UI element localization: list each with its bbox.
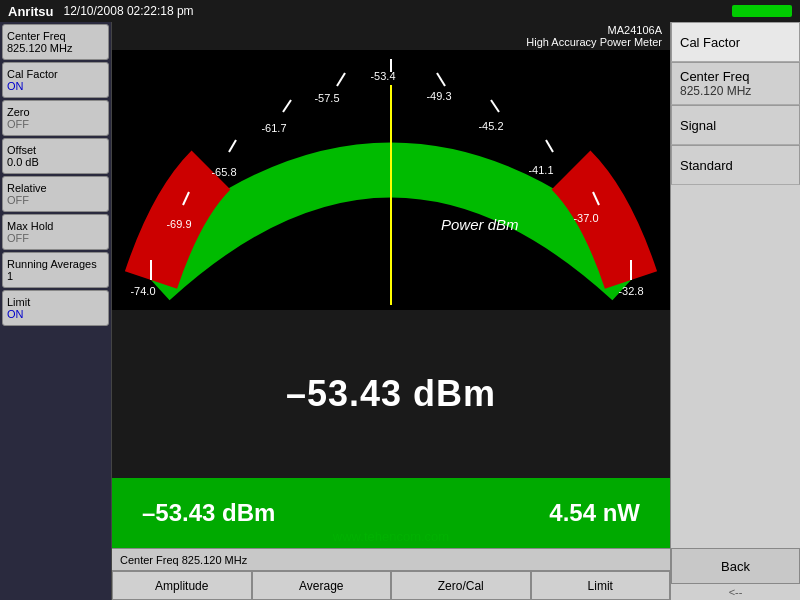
svg-text:Power dBm: Power dBm xyxy=(441,216,519,233)
device-model: MA24106A xyxy=(120,24,662,36)
standard-right-btn[interactable]: Standard xyxy=(671,145,800,185)
power-value-large: –53.43 dBm xyxy=(286,373,496,415)
limit-bottom-btn[interactable]: Limit xyxy=(531,571,671,600)
right-btn-spacer xyxy=(671,185,800,548)
relative-btn[interactable]: Relative OFF xyxy=(2,176,109,212)
svg-text:-69.9: -69.9 xyxy=(166,218,191,230)
bottom-nw-value: 4.54 nW xyxy=(549,499,640,527)
svg-text:-32.8: -32.8 xyxy=(618,285,643,297)
back-label: Back xyxy=(721,559,750,574)
left-sidebar: Center Freq 825.120 MHz Cal Factor ON Ze… xyxy=(0,22,112,600)
top-bar: Anritsu 12/10/2008 02:22:18 pm xyxy=(0,0,800,22)
amplitude-btn[interactable]: Amplitude xyxy=(112,571,252,600)
gauge-svg: -74.0 -69.9 -65.8 -61.7 -57.5 -53.4 -49.… xyxy=(112,50,670,310)
svg-text:-57.5: -57.5 xyxy=(314,92,339,104)
right-arrow: <-- xyxy=(671,584,800,600)
center-freq-btn[interactable]: Center Freq 825.120 MHz xyxy=(2,24,109,60)
cal-factor-label: Cal Factor xyxy=(680,35,791,50)
cal-factor-btn[interactable]: Cal Factor ON xyxy=(2,62,109,98)
svg-text:-74.0: -74.0 xyxy=(130,285,155,297)
center-area: MA24106A High Accuracy Power Meter xyxy=(112,22,670,600)
svg-text:-49.3: -49.3 xyxy=(426,90,451,102)
main-container: Anritsu 12/10/2008 02:22:18 pm Center Fr… xyxy=(0,0,800,600)
bottom-btn-bar: Amplitude Average Zero/Cal Limit xyxy=(112,570,670,600)
content-area: Center Freq 825.120 MHz Cal Factor ON Ze… xyxy=(0,22,800,600)
status-indicator xyxy=(732,5,792,17)
status-bar: Center Freq 825.120 MHz xyxy=(112,548,670,570)
svg-text:-41.1: -41.1 xyxy=(528,164,553,176)
average-btn[interactable]: Average xyxy=(252,571,392,600)
status-text: Center Freq 825.120 MHz xyxy=(120,554,247,566)
signal-right-btn[interactable]: Signal xyxy=(671,105,800,145)
svg-text:-37.0: -37.0 xyxy=(573,212,598,224)
max-hold-btn[interactable]: Max Hold OFF xyxy=(2,214,109,250)
svg-text:-53.4: -53.4 xyxy=(370,70,395,82)
bottom-dbm-value: –53.43 dBm xyxy=(142,499,275,527)
center-freq-right-label: Center Freq xyxy=(680,69,791,84)
logo: Anritsu xyxy=(8,4,54,19)
svg-text:-65.8: -65.8 xyxy=(211,166,236,178)
signal-right-label: Signal xyxy=(680,118,791,133)
datetime: 12/10/2008 02:22:18 pm xyxy=(64,4,733,18)
zero-cal-btn[interactable]: Zero/Cal xyxy=(391,571,531,600)
svg-text:-61.7: -61.7 xyxy=(261,122,286,134)
running-averages-btn[interactable]: Running Averages 1 xyxy=(2,252,109,288)
back-btn[interactable]: Back xyxy=(671,548,800,584)
device-description: High Accuracy Power Meter xyxy=(120,36,662,48)
device-header: MA24106A High Accuracy Power Meter xyxy=(112,22,670,50)
bottom-green-bar: –53.43 dBm 4.54 nW www.tehencom.com xyxy=(112,478,670,548)
watermark: www.tehencom.com xyxy=(333,529,449,544)
svg-text:-45.2: -45.2 xyxy=(478,120,503,132)
zero-btn[interactable]: Zero OFF xyxy=(2,100,109,136)
right-sidebar: Cal Factor Center Freq 825.120 MHz Signa… xyxy=(670,22,800,600)
center-freq-right-btn[interactable]: Center Freq 825.120 MHz xyxy=(671,62,800,105)
offset-btn[interactable]: Offset 0.0 dB xyxy=(2,138,109,174)
power-reading-area: –53.43 dBm xyxy=(112,310,670,478)
center-freq-right-value: 825.120 MHz xyxy=(680,84,791,98)
meter-display: -74.0 -69.9 -65.8 -61.7 -57.5 -53.4 -49.… xyxy=(112,50,670,548)
gauge-area: -74.0 -69.9 -65.8 -61.7 -57.5 -53.4 -49.… xyxy=(112,50,670,310)
cal-factor-right-btn[interactable]: Cal Factor xyxy=(671,22,800,62)
standard-right-label: Standard xyxy=(680,158,791,173)
limit-btn[interactable]: Limit ON xyxy=(2,290,109,326)
